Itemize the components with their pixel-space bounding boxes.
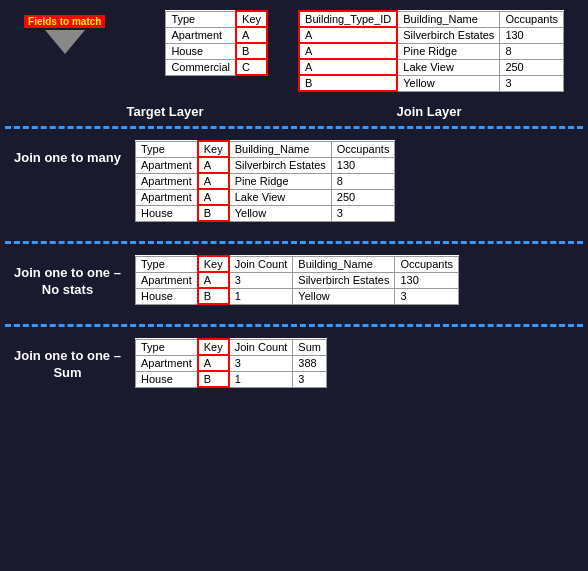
target-layer-label: Target Layer	[126, 104, 203, 119]
join-row-3-btid: A	[299, 59, 397, 75]
r2-row1-type: Apartment	[136, 272, 198, 288]
r3-col-type: Type	[136, 339, 198, 355]
dashed-separator-1	[0, 123, 588, 132]
r1-row4-name: Yellow	[229, 205, 332, 221]
r1-row4-key: B	[198, 205, 229, 221]
r2-col-type: Type	[136, 256, 198, 272]
join-one-many-section: Join one to many Type Key Building_Name …	[0, 132, 588, 230]
r3-row1-jc: 3	[229, 355, 293, 371]
r2-col-name: Building_Name	[293, 256, 395, 272]
r3-row1-sum: 388	[293, 355, 327, 371]
r1-row3-key: A	[198, 189, 229, 205]
r2-row2-key: B	[198, 288, 229, 304]
join-one-many-table-area: Type Key Building_Name Occupants Apartme…	[135, 140, 578, 222]
join-row-3-occ: 250	[500, 59, 564, 75]
r3-row2-key: B	[198, 371, 229, 387]
join-row-2-btid: A	[299, 43, 397, 59]
join-row-2-name: Pine Ridge	[397, 43, 500, 59]
r2-col-key: Key	[198, 256, 229, 272]
r2-col-occ: Occupants	[395, 256, 459, 272]
r1-col-name: Building_Name	[229, 141, 332, 157]
target-table: Type Key Apartment A House B Commercial …	[165, 10, 268, 76]
target-row-3-type: Commercial	[166, 59, 236, 75]
r1-row4-occ: 3	[331, 205, 395, 221]
target-row-2-type: House	[166, 43, 236, 59]
arrow-label: Fields to match	[24, 15, 105, 28]
r1-row3-name: Lake View	[229, 189, 332, 205]
r1-row3-occ: 250	[331, 189, 395, 205]
r2-row1-key: A	[198, 272, 229, 288]
r2-row2-jc: 1	[229, 288, 293, 304]
join-row-1-btid: A	[299, 27, 397, 43]
r2-row1-name: Silverbirch Estates	[293, 272, 395, 288]
r1-col-occ: Occupants	[331, 141, 395, 157]
r1-row1-type: Apartment	[136, 157, 198, 173]
r2-row2-name: Yellow	[293, 288, 395, 304]
r1-row1-key: A	[198, 157, 229, 173]
target-row-1-key: A	[236, 27, 267, 43]
r2-row1-jc: 3	[229, 272, 293, 288]
r3-col-sum: Sum	[293, 339, 327, 355]
join-layer-label: Join Layer	[396, 104, 461, 119]
dashed-separator-2	[0, 238, 588, 247]
layer-labels: Target Layer Join Layer	[0, 100, 588, 123]
join-col-btid: Building_Type_ID	[299, 11, 397, 27]
r1-row2-type: Apartment	[136, 173, 198, 189]
r3-col-key: Key	[198, 339, 229, 355]
r1-row2-occ: 8	[331, 173, 395, 189]
target-row-2-key: B	[236, 43, 267, 59]
r1-row2-key: A	[198, 173, 229, 189]
join-table: Building_Type_ID Building_Name Occupants…	[298, 10, 564, 92]
r2-row2-occ: 3	[395, 288, 459, 304]
r3-col-joincount: Join Count	[229, 339, 293, 355]
join-one-many-table: Type Key Building_Name Occupants Apartme…	[135, 140, 395, 222]
r1-row1-occ: 130	[331, 157, 395, 173]
join-row-4-name: Yellow	[397, 75, 500, 91]
r3-row2-jc: 1	[229, 371, 293, 387]
join-one-one-no-stats-section: Join one to one –No stats Type Key Join …	[0, 247, 588, 313]
r3-row2-type: House	[136, 371, 198, 387]
join-one-one-sum-section: Join one to one –Sum Type Key Join Count…	[0, 330, 588, 396]
join-one-one-sum-table: Type Key Join Count Sum Apartment A 3 38…	[135, 338, 327, 388]
join-row-4-occ: 3	[500, 75, 564, 91]
top-tables: Type Key Apartment A House B Commercial …	[165, 10, 564, 92]
r1-col-key: Key	[198, 141, 229, 157]
join-col-occupants: Occupants	[500, 11, 564, 27]
join-one-many-label: Join one to many	[10, 150, 125, 167]
r3-row2-sum: 3	[293, 371, 327, 387]
join-one-one-no-stats-table: Type Key Join Count Building_Name Occupa…	[135, 255, 459, 305]
dashed-separator-3	[0, 321, 588, 330]
top-section: Fields to match Type Key Apartment A Hou…	[0, 0, 588, 100]
join-row-1-occ: 130	[500, 27, 564, 43]
target-col-type: Type	[166, 11, 236, 27]
target-col-key: Key	[236, 11, 267, 27]
join-col-name: Building_Name	[397, 11, 500, 27]
r1-col-type: Type	[136, 141, 198, 157]
r1-row1-name: Silverbirch Estates	[229, 157, 332, 173]
r2-row2-type: House	[136, 288, 198, 304]
join-row-2-occ: 8	[500, 43, 564, 59]
r3-row1-type: Apartment	[136, 355, 198, 371]
r3-row1-key: A	[198, 355, 229, 371]
target-row-1-type: Apartment	[166, 27, 236, 43]
r2-row1-occ: 130	[395, 272, 459, 288]
join-one-one-sum-label: Join one to one –Sum	[10, 348, 125, 382]
join-one-one-no-stats-label: Join one to one –No stats	[10, 265, 125, 299]
join-row-1-name: Silverbirch Estates	[397, 27, 500, 43]
r1-row4-type: House	[136, 205, 198, 221]
target-row-3-key: C	[236, 59, 267, 75]
join-row-4-btid: B	[299, 75, 397, 91]
join-one-one-no-stats-table-area: Type Key Join Count Building_Name Occupa…	[135, 255, 578, 305]
r1-row3-type: Apartment	[136, 189, 198, 205]
join-one-one-sum-table-area: Type Key Join Count Sum Apartment A 3 38…	[135, 338, 578, 388]
join-row-3-name: Lake View	[397, 59, 500, 75]
r1-row2-name: Pine Ridge	[229, 173, 332, 189]
r2-col-joincount: Join Count	[229, 256, 293, 272]
